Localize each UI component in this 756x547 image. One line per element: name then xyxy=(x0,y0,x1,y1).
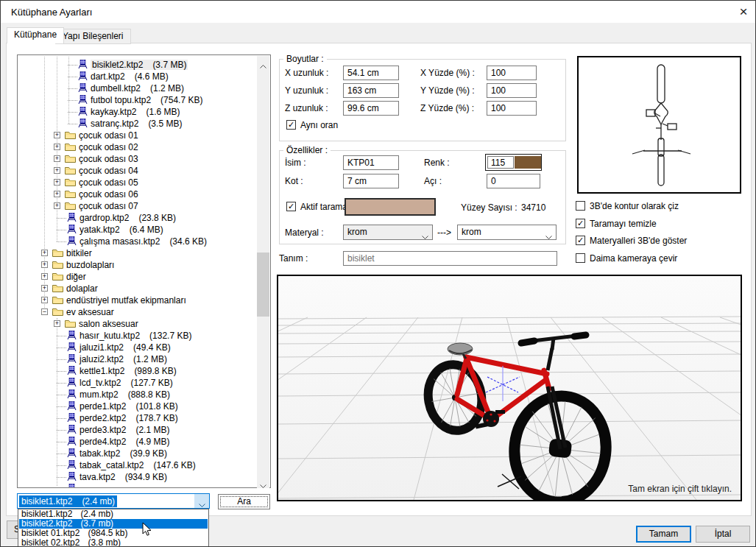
tree-item-row[interactable]: dumbell.ktp2(1.2 MB) xyxy=(18,82,258,94)
x-length-field[interactable]: 54.1 cm xyxy=(343,66,399,80)
tree-item-row[interactable]: yatak.ktp2(6.4 MB) xyxy=(18,224,258,236)
tree-folder-row[interactable]: +çocuk odası 05 xyxy=(18,177,258,188)
tree-item-row[interactable]: gardrop.ktp2(23.8 KB) xyxy=(18,212,258,224)
same-ratio-checkbox[interactable]: ✓ xyxy=(286,120,296,130)
tree-folder-row[interactable]: +çocuk odası 04 xyxy=(18,165,258,177)
tree-item-row[interactable]: satranç.ktp2(3.5 MB) xyxy=(18,118,258,130)
library-object-icon xyxy=(67,460,77,472)
tab-yapi-bilesenleri[interactable]: Yapı Bileşenleri xyxy=(55,29,131,44)
popup-option[interactable]: bisiklet 02.ktp2(3.8 mb) xyxy=(19,538,208,547)
active-hatch-checkbox[interactable]: ✓ xyxy=(286,202,296,211)
tree-item-row[interactable]: tabak_catal.ktp2(147.6 KB) xyxy=(18,459,258,471)
expand-icon[interactable]: + xyxy=(41,250,48,256)
ok-button[interactable]: Tamam xyxy=(636,526,691,543)
tree-folder-row[interactable]: +bitkiler xyxy=(18,247,258,259)
expand-icon[interactable]: + xyxy=(54,167,60,174)
tree-item-row[interactable]: futbol topu.ktp2(754.7 KB) xyxy=(18,94,258,106)
library-object-icon xyxy=(67,331,77,342)
tree-folder-row[interactable]: +dolaplar xyxy=(18,283,258,294)
color-picker[interactable]: 115 xyxy=(485,154,542,171)
tree-folder-row[interactable]: +çocuk odası 01 xyxy=(18,130,258,141)
tree-item-row[interactable]: lcd_tv.ktp2(127.7 KB) xyxy=(18,377,258,389)
description-field[interactable]: bisiklet xyxy=(343,251,557,266)
tree-folder-row[interactable]: +endüstriyel mutfak ekipmanları xyxy=(18,294,258,306)
model-preview-3d[interactable]: Tam ekran için çift tıklayın. xyxy=(277,275,742,501)
search-combobox[interactable]: bisiklet1.ktp2(2.4 mb) xyxy=(17,493,210,509)
scroll-down-icon[interactable] xyxy=(257,476,269,488)
folder-icon xyxy=(65,189,76,200)
color-swatch[interactable] xyxy=(515,156,541,169)
tree-folder-row[interactable]: −ev aksesuar xyxy=(18,306,258,318)
tree-item-row[interactable]: dart.ktp2(4.6 MB) xyxy=(18,71,258,82)
tree-item-row[interactable]: tabak.ktp2(39.9 KB) xyxy=(18,448,258,459)
tree-item-row[interactable]: hasır_kutu.ktp2(132.7 KB) xyxy=(18,330,258,342)
scrollbar-thumb[interactable] xyxy=(257,253,269,317)
kot-field[interactable]: 7 cm xyxy=(343,174,399,188)
expand-icon[interactable]: + xyxy=(54,155,60,162)
expand-icon[interactable]: + xyxy=(54,191,60,197)
name-field[interactable]: KTP01 xyxy=(343,155,399,170)
z-length-field[interactable]: 99.6 cm xyxy=(343,101,399,116)
tree-folder-row[interactable]: +çocuk odası 03 xyxy=(18,153,258,165)
x-percent-field[interactable]: 100 xyxy=(487,66,537,80)
tree-item-row[interactable]: çalışma masası.ktp2(34.6 KB) xyxy=(18,236,258,247)
expand-icon[interactable]: + xyxy=(41,297,48,303)
y-length-field[interactable]: 163 cm xyxy=(343,83,399,98)
tree-item-row[interactable] xyxy=(18,483,258,487)
expand-icon[interactable]: + xyxy=(41,285,48,292)
tree-item-row[interactable]: perde2.ktp2(178.7 KB) xyxy=(18,412,258,424)
folder-icon xyxy=(52,295,63,306)
close-icon[interactable]: × xyxy=(735,4,752,20)
file-size: (6.4 MB) xyxy=(130,225,163,235)
angle-field[interactable]: 0 xyxy=(487,174,540,188)
hatch-color-swatch[interactable] xyxy=(345,198,436,216)
tree-folder-label: endüstriyel mutfak ekipmanları xyxy=(66,295,186,306)
tree-folder-row[interactable]: +çocuk odası 02 xyxy=(18,141,258,153)
plan-preview[interactable] xyxy=(577,56,741,194)
tree-connector xyxy=(68,65,77,66)
expand-icon[interactable]: + xyxy=(54,320,60,327)
scroll-up-icon[interactable] xyxy=(257,56,269,68)
tree-folder-row[interactable]: +buzdolapları xyxy=(18,259,258,271)
tree-item-row[interactable]: jaluzi1.ktp2(49.4 KB) xyxy=(18,342,258,353)
tree-item-row[interactable]: jaluzi2.ktp2(1.2 MB) xyxy=(18,353,258,365)
tree-item-label: perde3.ktp2(2.1 MB) xyxy=(80,425,169,435)
expand-icon[interactable]: + xyxy=(41,261,48,268)
material-to-select[interactable]: krom xyxy=(457,225,557,240)
tree-folder-row[interactable]: +çocuk odası 07 xyxy=(18,200,258,212)
tree-folder-row[interactable]: +salon aksesuar xyxy=(18,318,258,330)
tree-item-row[interactable]: mum.ktp2(888.8 KB) xyxy=(18,389,258,400)
cancel-button[interactable]: İptal xyxy=(696,526,750,543)
expand-icon[interactable]: + xyxy=(54,144,60,150)
tree-folder-row[interactable]: +çocuk odası 06 xyxy=(18,188,258,200)
material-from-select[interactable]: krom xyxy=(343,225,433,240)
tree-item-row[interactable]: perde1.ktp2(101.8 KB) xyxy=(18,400,258,412)
collapse-icon[interactable]: − xyxy=(41,308,48,315)
z-percent-field[interactable]: 100 xyxy=(487,101,537,116)
library-tree[interactable]: bisiklet2.ktp2(3.7 MB)dart.ktp2(4.6 MB)d… xyxy=(17,54,271,488)
tree-item-row[interactable]: tava.ktp2(934.9 KB) xyxy=(18,471,258,483)
show-materials-checkbox[interactable]: ✓ xyxy=(576,236,585,245)
expand-icon[interactable]: + xyxy=(54,179,60,186)
tree-item-row[interactable]: kaykay.ktp2(1.6 MB) xyxy=(18,106,258,118)
color-number-field[interactable]: 115 xyxy=(487,156,514,169)
angle-label: Açı : xyxy=(424,176,442,186)
tree-item-row[interactable]: perde4.ktp2(4.9 MB) xyxy=(18,436,258,448)
search-button[interactable]: Ara xyxy=(218,494,270,509)
surface-count-value: 34710 xyxy=(521,202,545,213)
expand-icon[interactable]: + xyxy=(41,273,48,280)
tab-kutuphane[interactable]: Kütüphane xyxy=(7,27,64,43)
tree-item-row[interactable]: bisiklet2.ktp2(3.7 MB) xyxy=(18,59,258,71)
tree-item-row[interactable]: kettle1.ktp2(989.8 KB) xyxy=(18,365,258,377)
combobox-dropdown-icon[interactable] xyxy=(194,494,209,508)
tree-scrollbar[interactable] xyxy=(257,56,269,488)
face-camera-checkbox[interactable]: ✓ xyxy=(576,253,585,263)
y-percent-field[interactable]: 100 xyxy=(487,83,537,98)
tree-item-label: jaluzi2.ktp2(1.2 MB) xyxy=(80,354,167,364)
expand-icon[interactable]: + xyxy=(54,132,60,138)
tree-folder-row[interactable]: +diğer xyxy=(18,271,258,283)
expand-icon[interactable]: + xyxy=(54,202,60,209)
contour-3d-checkbox[interactable]: ✓ xyxy=(576,201,585,211)
tree-item-row[interactable]: perde3.ktp2(2.1 MB) xyxy=(18,424,258,436)
clear-hatch-checkbox[interactable]: ✓ xyxy=(576,219,585,228)
